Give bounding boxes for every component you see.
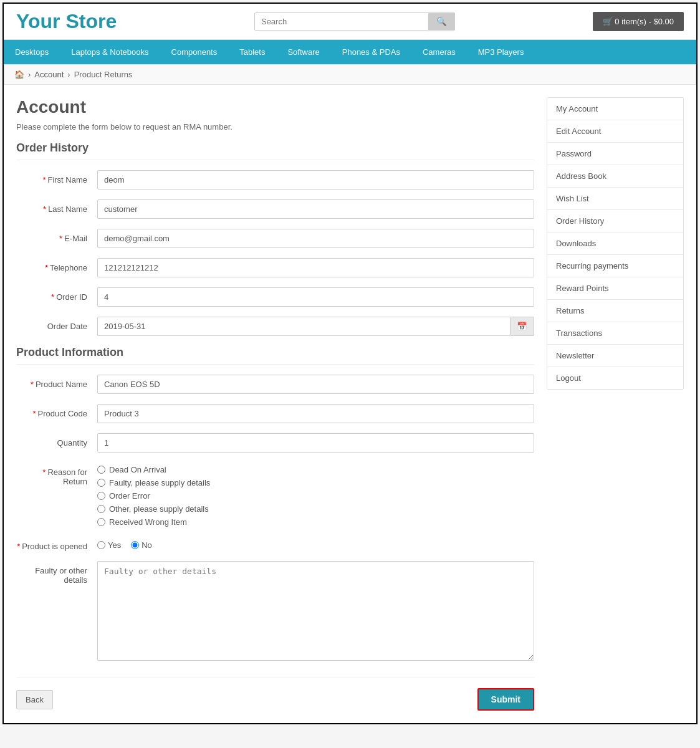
sidebar-item-password[interactable]: Password bbox=[547, 143, 683, 165]
breadcrumb: 🏠 › Account › Product Returns bbox=[4, 64, 696, 85]
last-name-input[interactable] bbox=[97, 199, 534, 219]
sidebar-item-reward-points[interactable]: Reward Points bbox=[547, 277, 683, 300]
product-opened-no-label[interactable]: No bbox=[131, 540, 152, 550]
sidebar-item-order-history[interactable]: Order History bbox=[547, 210, 683, 233]
nav-item: Phones & PDAs bbox=[331, 40, 411, 64]
telephone-group: *Telephone bbox=[16, 258, 534, 277]
sidebar-item-downloads[interactable]: Downloads bbox=[547, 233, 683, 255]
sidebar: My AccountEdit AccountPasswordAddress Bo… bbox=[547, 97, 684, 711]
faulty-group: Faulty or other details bbox=[16, 561, 534, 663]
home-icon[interactable]: 🏠 bbox=[14, 70, 24, 79]
content-area: Account Please complete the form below t… bbox=[16, 97, 534, 711]
product-code-input-wrap bbox=[97, 404, 534, 423]
quantity-input-wrap bbox=[97, 433, 534, 453]
reason-radio-2[interactable] bbox=[97, 492, 105, 500]
nav-link[interactable]: Phones & PDAs bbox=[331, 40, 411, 64]
main-nav: DesktopsLaptops & NotebooksComponentsTab… bbox=[4, 40, 696, 64]
nav-link[interactable]: Cameras bbox=[411, 40, 467, 64]
breadcrumb-current: Product Returns bbox=[74, 70, 133, 79]
last-name-input-wrap bbox=[97, 199, 534, 219]
back-button[interactable]: Back bbox=[16, 690, 53, 709]
order-date-group: Order Date 📅 bbox=[16, 317, 534, 336]
product-info-title: Product Information bbox=[16, 346, 534, 365]
first-name-input[interactable] bbox=[97, 170, 534, 189]
email-group: *E-Mail bbox=[16, 229, 534, 248]
nav-link[interactable]: MP3 Players bbox=[467, 40, 535, 64]
faulty-textarea[interactable] bbox=[97, 561, 534, 661]
nav-item: MP3 Players bbox=[467, 40, 535, 64]
submit-button[interactable]: Submit bbox=[477, 688, 534, 711]
product-code-label: *Product Code bbox=[16, 404, 97, 418]
order-id-group: *Order ID bbox=[16, 287, 534, 307]
search-button[interactable]: 🔍 bbox=[429, 12, 455, 31]
nav-link[interactable]: Desktops bbox=[4, 40, 60, 64]
nav-link[interactable]: Tablets bbox=[228, 40, 276, 64]
nav-item: Software bbox=[276, 40, 330, 64]
product-name-input[interactable] bbox=[97, 375, 534, 394]
cart-button[interactable]: 🛒 0 item(s) - $0.00 bbox=[593, 12, 684, 31]
telephone-input[interactable] bbox=[97, 258, 534, 277]
sidebar-item-wish-list[interactable]: Wish List bbox=[547, 188, 683, 210]
reason-option-label[interactable]: Dead On Arrival bbox=[97, 465, 534, 474]
product-opened-no-radio[interactable] bbox=[131, 541, 139, 549]
nav-item: Desktops bbox=[4, 40, 60, 64]
product-name-label: *Product Name bbox=[16, 375, 97, 389]
product-name-input-wrap bbox=[97, 375, 534, 394]
telephone-input-wrap bbox=[97, 258, 534, 277]
order-id-label: *Order ID bbox=[16, 287, 97, 302]
calendar-button[interactable]: 📅 bbox=[511, 317, 534, 336]
sidebar-item-returns[interactable]: Returns bbox=[547, 300, 683, 322]
nav-link[interactable]: Components bbox=[160, 40, 229, 64]
order-history-title: Order History bbox=[16, 141, 534, 160]
reason-radio-0[interactable] bbox=[97, 466, 105, 474]
first-name-group: *First Name bbox=[16, 170, 534, 189]
product-opened-input-wrap: Yes No bbox=[97, 537, 534, 550]
product-opened-yes-radio[interactable] bbox=[97, 541, 105, 549]
email-input-wrap bbox=[97, 229, 534, 248]
sidebar-item-recurring-payments[interactable]: Recurring payments bbox=[547, 255, 683, 277]
order-date-input[interactable] bbox=[97, 317, 511, 336]
product-opened-group: *Product is opened Yes No bbox=[16, 537, 534, 551]
nav-item: Laptops & Notebooks bbox=[60, 40, 160, 64]
quantity-input[interactable] bbox=[97, 433, 534, 453]
reason-option-label[interactable]: Order Error bbox=[97, 491, 534, 501]
product-code-group: *Product Code bbox=[16, 404, 534, 423]
reason-radio-3[interactable] bbox=[97, 505, 105, 513]
sidebar-item-edit-account[interactable]: Edit Account bbox=[547, 120, 683, 143]
order-date-input-wrap: 📅 bbox=[97, 317, 534, 336]
order-id-input[interactable] bbox=[97, 287, 534, 307]
product-code-input[interactable] bbox=[97, 404, 534, 423]
store-title: Your Store bbox=[16, 10, 117, 33]
nav-link[interactable]: Software bbox=[276, 40, 330, 64]
reason-option-label[interactable]: Faulty, please supply details bbox=[97, 478, 534, 487]
sidebar-item-my-account[interactable]: My Account bbox=[547, 98, 683, 120]
sidebar-item-transactions[interactable]: Transactions bbox=[547, 322, 683, 345]
telephone-label: *Telephone bbox=[16, 258, 97, 272]
first-name-label: *First Name bbox=[16, 170, 97, 185]
search-bar: 🔍 bbox=[254, 12, 455, 31]
page-subtitle: Please complete the form below to reques… bbox=[16, 122, 534, 132]
email-input[interactable] bbox=[97, 229, 534, 248]
order-date-label: Order Date bbox=[16, 317, 97, 331]
faulty-label: Faulty or other details bbox=[16, 561, 97, 585]
reason-radio-1[interactable] bbox=[97, 479, 105, 487]
sidebar-item-address-book[interactable]: Address Book bbox=[547, 165, 683, 188]
sidebar-item-newsletter[interactable]: Newsletter bbox=[547, 345, 683, 367]
reason-radio-4[interactable] bbox=[97, 518, 105, 526]
search-input[interactable] bbox=[254, 12, 429, 31]
nav-item: Components bbox=[160, 40, 229, 64]
sidebar-item-logout[interactable]: Logout bbox=[547, 367, 683, 389]
nav-link[interactable]: Laptops & Notebooks bbox=[60, 40, 160, 64]
header: Your Store 🔍 🛒 0 item(s) - $0.00 bbox=[4, 4, 696, 40]
product-name-group: *Product Name bbox=[16, 375, 534, 394]
reason-option-label[interactable]: Other, please supply details bbox=[97, 504, 534, 514]
sidebar-menu: My AccountEdit AccountPasswordAddress Bo… bbox=[547, 97, 684, 390]
first-name-input-wrap bbox=[97, 170, 534, 189]
product-opened-yes-label[interactable]: Yes bbox=[97, 540, 121, 550]
reason-option-label[interactable]: Received Wrong Item bbox=[97, 517, 534, 527]
breadcrumb-account[interactable]: Account bbox=[34, 70, 64, 79]
page-title: Account bbox=[16, 97, 534, 117]
email-label: *E-Mail bbox=[16, 229, 97, 243]
reason-group: *Reason for Return Dead On Arrival Fault… bbox=[16, 463, 534, 527]
quantity-label: Quantity bbox=[16, 433, 97, 448]
